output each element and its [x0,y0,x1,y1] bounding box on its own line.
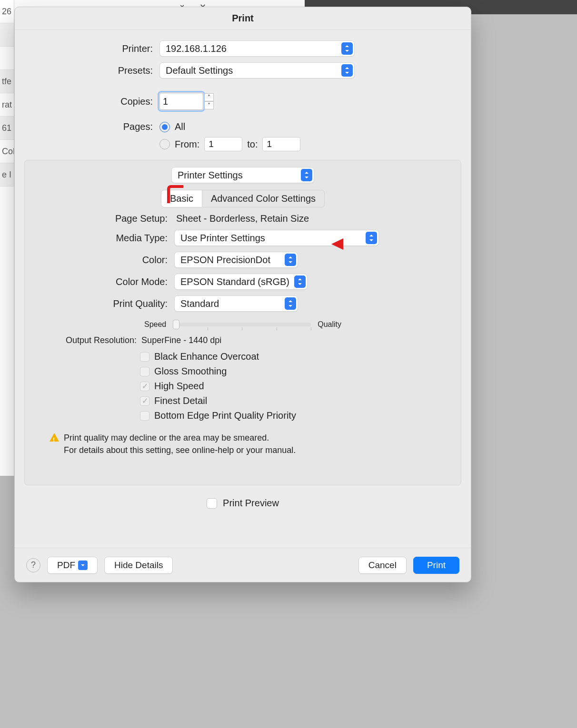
option-row: High Speed [140,379,449,394]
print-preview-label: Print Preview [223,498,279,509]
background-cell: rat [0,93,14,117]
help-button[interactable]: ? [26,558,40,572]
warning-text: Print quality may decline or the area ma… [64,432,296,456]
dialog-title: Print [15,7,471,30]
pdf-button[interactable]: PDF [47,557,98,574]
checkbox[interactable] [140,352,149,362]
print-quality-label: Print Quality: [36,298,174,309]
copies-input[interactable] [159,93,203,110]
pages-all-label: All [175,121,185,132]
printer-label: Printer: [36,43,159,54]
section-select[interactable]: Printer Settings [171,167,314,183]
checkbox[interactable] [140,411,149,421]
checkbox-label: High Speed [154,381,204,392]
updown-icon [285,254,296,266]
background-cell: Col [0,140,14,163]
option-row: Finest Detail [140,394,449,408]
updown-icon [294,275,306,288]
updown-icon [301,169,312,181]
color-mode-label: Color Mode: [36,276,174,287]
dialog-footer: ? PDF Hide Details Cancel Print [15,548,471,582]
print-preview-checkbox[interactable] [207,498,217,509]
printer-select[interactable]: 192.168.1.126 [159,40,355,57]
checkbox-label: Black Enhance Overcoat [154,351,259,362]
pages-to-input[interactable] [262,137,300,151]
quality-slider-row: Speed Quality [36,320,449,329]
checkbox-label: Bottom Edge Print Quality Priority [154,410,296,421]
background-cell: 26 [0,0,14,23]
updown-icon [366,232,377,244]
warning-line2: For details about this setting, see onli… [64,444,296,456]
updown-icon [285,297,296,310]
cancel-button[interactable]: Cancel [358,557,407,574]
slider-left-label: Speed [144,320,166,329]
pages-range-radio[interactable] [159,139,170,149]
background-cell: e I [0,163,14,187]
background-cell [0,47,14,70]
tab-advanced-color[interactable]: Advanced Color Settings [202,190,325,207]
print-quality-select[interactable]: Standard [174,295,298,312]
print-button[interactable]: Print [413,557,459,574]
stepper-up-icon[interactable]: ˄ [204,93,214,101]
background-cell: 61 [0,117,14,140]
option-row: Bottom Edge Print Quality Priority [140,408,449,423]
presets-value: Default Settings [166,65,233,76]
checkbox-label: Finest Detail [154,395,207,406]
copies-stepper[interactable]: ˄ ˅ [204,93,214,109]
media-type-label: Media Type: [36,233,174,244]
color-value: EPSON PrecisionDot [180,255,270,266]
section-select-value: Printer Settings [178,170,243,181]
option-row: Gloss Smoothing [140,364,449,379]
checkbox[interactable] [140,382,149,391]
media-type-value: Use Printer Settings [180,233,265,244]
pdf-label: PDF [57,560,75,571]
cancel-label: Cancel [368,560,397,571]
quality-slider[interactable] [173,323,311,326]
color-mode-value: EPSON Standard (sRGB) [180,276,289,287]
checkbox-label: Gloss Smoothing [154,366,227,377]
pages-from-label: From: [175,139,199,150]
media-type-select[interactable]: Use Printer Settings [174,230,379,246]
page-setup-value: Sheet - Borderless, Retain Size [174,213,309,224]
slider-right-label: Quality [318,320,341,329]
print-dialog: Print Printer: 192.168.1.126 Presets: De… [14,7,471,582]
presets-select[interactable]: Default Settings [159,62,355,79]
background-cell [0,23,14,47]
page-setup-label: Page Setup: [36,213,174,224]
copies-label: Copies: [36,96,159,107]
pages-to-label: to: [247,139,258,150]
hide-details-button[interactable]: Hide Details [104,557,173,574]
updown-icon [341,64,353,77]
color-mode-select[interactable]: EPSON Standard (sRGB) [174,274,308,290]
printer-value: 192.168.1.126 [166,43,227,54]
chevron-down-icon [78,561,88,570]
background-cell: tfe [0,70,14,93]
pages-label: Pages: [36,121,159,132]
warning-icon [50,433,59,442]
pages-all-radio[interactable] [159,122,170,132]
tab-basic[interactable]: Basic [161,190,202,207]
color-select[interactable]: EPSON PrecisionDot [174,252,298,268]
updown-icon [341,42,353,55]
output-resolution-value: SuperFine - 1440 dpi [141,335,221,345]
background-column: 26tferat61Cole I [0,0,14,476]
printer-settings-panel: Printer Settings Basic Advanced Color Se… [24,160,461,485]
hide-details-label: Hide Details [114,560,163,571]
option-row: Black Enhance Overcoat [140,349,449,364]
pages-from-input[interactable] [204,137,242,151]
print-quality-value: Standard [180,298,219,309]
presets-label: Presets: [36,65,159,76]
warning-line1: Print quality may decline or the area ma… [64,432,296,444]
color-label: Color: [36,255,174,266]
print-label: Print [427,560,446,571]
checkbox[interactable] [140,396,149,406]
output-resolution-label: Output Resolution: [66,335,137,345]
slider-thumb[interactable] [173,320,179,329]
tabs: Basic Advanced Color Settings [36,190,449,207]
stepper-down-icon[interactable]: ˅ [204,101,214,109]
checkbox[interactable] [140,367,149,376]
